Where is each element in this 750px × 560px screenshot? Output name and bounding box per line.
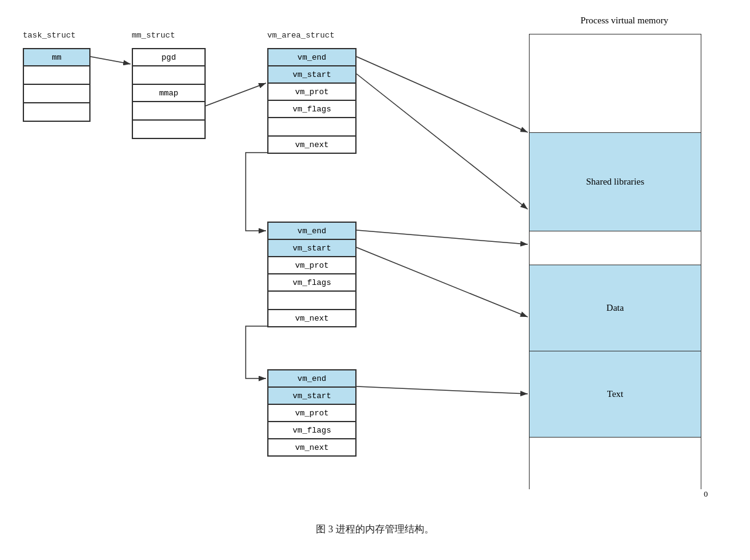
vma3-vm-end: vm_end (268, 370, 356, 387)
vma1-empty (268, 118, 356, 136)
vma2-vm-flags: vm_flags (268, 274, 356, 291)
memory-box: Shared libraries Data Text (529, 34, 701, 489)
vm-area-struct-label: vm_area_struct (267, 31, 334, 40)
vm-area-struct-1: vm_end vm_start vm_prot vm_flags vm_next (267, 48, 357, 154)
vma1-vm-flags: vm_flags (268, 100, 356, 118)
memory-region-data: Data (530, 265, 701, 351)
zero-label: 0 (704, 489, 708, 499)
diagram-caption: 图 3 进程的内存管理结构。 (12, 523, 738, 536)
task-struct-mm: mm (23, 49, 90, 66)
vma3-vm-flags: vm_flags (268, 422, 356, 439)
vma2-vm-end: vm_end (268, 222, 356, 239)
vma1-vm-next: vm_next (268, 136, 356, 153)
memory-region-bottom-empty (530, 438, 701, 490)
memory-region-text: Text (530, 351, 701, 438)
svg-line-7 (357, 386, 528, 394)
vma2-vm-start: vm_start (268, 239, 356, 257)
task-struct-empty2 (23, 84, 90, 103)
vma2-vm-next: vm_next (268, 310, 356, 327)
vma2-empty (268, 291, 356, 310)
memory-region-mid-empty (530, 231, 701, 265)
memory-region-shared-libs: Shared libraries (530, 133, 701, 231)
process-vm-title: Process virtual memory (529, 15, 720, 26)
vma1-vm-prot: vm_prot (268, 83, 356, 100)
vma2-vm-prot: vm_prot (268, 257, 356, 274)
memory-region-top-empty (530, 34, 701, 133)
mm-struct-mmap: mmap (132, 84, 205, 102)
mm-struct-empty1 (132, 66, 205, 84)
task-struct-label: task_struct (23, 31, 76, 40)
svg-line-5 (357, 230, 528, 244)
vm-area-struct-2: vm_end vm_start vm_prot vm_flags vm_next (267, 222, 357, 327)
mm-struct-box: pgd mmap (132, 48, 206, 139)
diagram-container: task_struct mm mm_struct pgd mmap vm_are… (12, 12, 738, 548)
svg-line-3 (357, 57, 528, 132)
vma1-vm-start: vm_start (268, 66, 356, 83)
vma1-vm-end: vm_end (268, 49, 356, 66)
mm-struct-label: mm_struct (132, 31, 175, 40)
task-struct-box: mm (23, 48, 91, 122)
svg-line-2 (206, 83, 266, 106)
mm-struct-pgd: pgd (132, 49, 205, 66)
vma3-vm-prot: vm_prot (268, 404, 356, 422)
vma3-vm-start: vm_start (268, 387, 356, 404)
mm-struct-empty3 (132, 120, 205, 138)
diagram-area: task_struct mm mm_struct pgd mmap vm_are… (12, 12, 738, 517)
vm-area-struct-3: vm_end vm_start vm_prot vm_flags vm_next (267, 369, 357, 457)
task-struct-empty3 (23, 103, 90, 121)
mm-struct-empty2 (132, 102, 205, 120)
svg-line-4 (357, 74, 528, 209)
svg-line-6 (357, 247, 528, 317)
task-struct-empty1 (23, 66, 90, 84)
vma3-vm-next: vm_next (268, 439, 356, 456)
svg-line-1 (91, 57, 131, 64)
